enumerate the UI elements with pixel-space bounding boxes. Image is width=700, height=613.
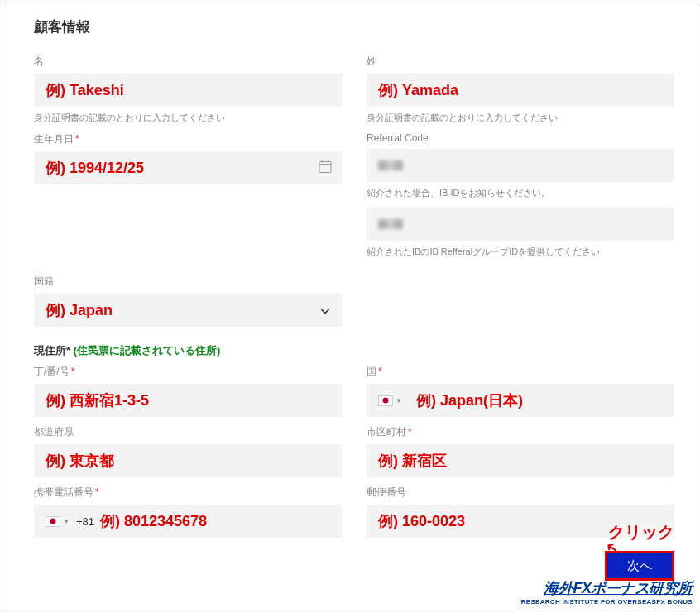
calendar-icon[interactable] xyxy=(319,160,332,176)
referral-input-1[interactable] xyxy=(367,149,674,182)
prefecture-label: 都道府県 xyxy=(34,425,342,439)
first-name-help: 身分証明書の記載のとおりに入力してください xyxy=(34,112,342,124)
phone-input[interactable]: ▼ +81 例) 8012345678 xyxy=(34,505,342,538)
nationality-select[interactable]: 例) Japan xyxy=(34,294,342,327)
city-label: 市区町村* xyxy=(367,425,674,439)
prefecture-input[interactable]: 例) 東京都 xyxy=(34,444,342,477)
referral-help-2: 紹介されたIBのIB RefferalグループIDを提供してください xyxy=(367,246,674,258)
street-input[interactable]: 例) 西新宿1-3-5 xyxy=(34,384,342,417)
country-select[interactable]: ▼ 例) Japan(日本) xyxy=(367,384,674,417)
nationality-label: 国籍 xyxy=(34,275,342,289)
country-label: 国* xyxy=(367,365,674,379)
country-example: 例) Japan(日本) xyxy=(416,390,523,410)
street-label: 丁/番/号* xyxy=(34,365,342,379)
page-title: 顧客情報 xyxy=(34,17,674,36)
surname-help: 身分証明書の記載のとおりに入力してください xyxy=(367,112,674,124)
referral-blur-1 xyxy=(378,160,403,170)
referral-blur-2 xyxy=(378,219,403,229)
surname-example: 例) Yamada xyxy=(378,80,458,100)
surname-input[interactable]: 例) Yamada xyxy=(367,74,674,107)
dob-input[interactable]: 例) 1994/12/25 xyxy=(34,151,342,184)
surname-label: 姓 xyxy=(367,55,674,69)
chevron-down-icon xyxy=(320,304,330,318)
city-example: 例) 新宿区 xyxy=(378,451,447,471)
referral-label: Referral Code xyxy=(367,132,674,144)
flag-jp-icon xyxy=(378,395,393,406)
street-example: 例) 西新宿1-3-5 xyxy=(46,390,149,410)
city-input[interactable]: 例) 新宿区 xyxy=(367,444,674,477)
dob-example: 例) 1994/12/25 xyxy=(46,158,144,178)
chevron-down-icon: ▼ xyxy=(63,518,70,525)
click-annotation: クリック xyxy=(608,521,674,544)
first-name-label: 名 xyxy=(34,55,342,69)
phone-label: 携帯電話番号* xyxy=(34,486,342,500)
footer-logo: 海外FXボーナス研究所 RESEARCH INSTITUTE FOR OVERS… xyxy=(521,578,693,606)
dob-label: 生年月日* xyxy=(34,132,342,146)
first-name-input[interactable]: 例) Takeshi xyxy=(34,74,342,107)
flag-jp-icon xyxy=(46,516,60,527)
chevron-down-icon: ▼ xyxy=(396,397,402,405)
referral-help-1: 紹介された場合、IB IDをお知らせください。 xyxy=(367,187,674,199)
postal-example: 例) 160-0023 xyxy=(378,511,465,531)
svg-rect-0 xyxy=(319,162,331,173)
referral-input-2[interactable] xyxy=(367,208,674,241)
nationality-example: 例) Japan xyxy=(46,300,113,320)
phone-prefix: +81 xyxy=(76,515,94,528)
next-button[interactable]: 次へ xyxy=(605,551,674,581)
first-name-example: 例) Takeshi xyxy=(46,80,124,100)
phone-example: 例) 8012345678 xyxy=(100,511,207,531)
postal-label: 郵便番号 xyxy=(367,486,674,500)
address-header: 現住所* (住民票に記載されている住所) xyxy=(34,343,674,358)
prefecture-example: 例) 東京都 xyxy=(46,451,114,471)
